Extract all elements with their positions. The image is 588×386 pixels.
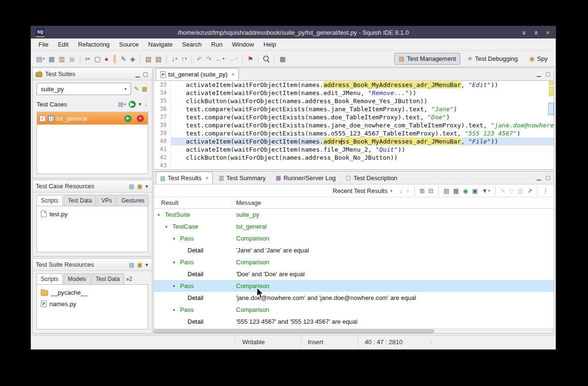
tcr-tab-scripts[interactable]: Scripts <box>37 195 63 206</box>
tsr-tab-models[interactable]: Models <box>64 273 91 284</box>
code-line-34[interactable]: 34 activateItem(waitForObjectItem(names.… <box>154 89 554 97</box>
test-case-checkbox[interactable]: ✓ <box>39 116 46 122</box>
tcr-tab-test-data[interactable]: Test Data <box>64 195 96 206</box>
test-case-tst_general[interactable]: ✓tst_general▶● <box>37 112 148 125</box>
code-line-41[interactable]: 41 activateItem(waitForObjectItem(names.… <box>154 145 554 154</box>
code-line-42[interactable]: 42 clickButton(waitForObject(names.addre… <box>154 154 554 162</box>
resource-names-py[interactable]: names.py <box>38 298 147 309</box>
tab-test-results[interactable]: ▤Test Results× <box>156 172 213 184</box>
results-hscrollbar[interactable] <box>154 328 554 333</box>
tab-runner-server-log[interactable]: ▩Runner/Server Log <box>272 172 340 184</box>
menu-search[interactable]: Search <box>177 39 206 50</box>
record-icon[interactable]: ● <box>103 54 110 64</box>
code-line-36[interactable]: 36 test.compare(waitForObjectExists(name… <box>154 105 554 113</box>
object-picker-icon[interactable]: ▢ <box>93 54 102 64</box>
code-line-38[interactable]: 38 test.compare(waitForObjectExists(name… <box>154 121 554 129</box>
test-suite-resources-header[interactable]: Test Suite Resources ▤▣▾ <box>33 259 152 271</box>
tab-test-description[interactable]: ▢Test Description <box>341 172 402 184</box>
line-number[interactable]: 41 <box>154 145 171 154</box>
resource--pycache-[interactable]: __pycache__ <box>38 287 147 298</box>
tsr-tab-test-data[interactable]: Test Data <box>91 273 124 284</box>
suite-combo[interactable]: suite_py ▾ <box>37 83 131 95</box>
export-results-icon[interactable]: ▣ <box>471 186 479 195</box>
code-area[interactable]: 33 activateItem(waitForObjectItem(names.… <box>154 81 554 169</box>
tsr-tab--2[interactable]: »2 <box>125 274 133 284</box>
combo-arrow-icon[interactable]: ▾ <box>123 87 129 91</box>
expand-all-icon[interactable]: ⊞ <box>418 186 426 195</box>
resources-menu-icon[interactable]: ▾ <box>144 183 149 190</box>
new-folder-icon[interactable]: ▣ <box>136 183 143 190</box>
result-row-4[interactable]: ▾PassComparison <box>154 256 554 268</box>
rename-suite-icon[interactable]: ✎ <box>133 86 140 92</box>
next-failure-icon[interactable]: ↓ <box>398 186 404 195</box>
menu-run[interactable]: Run <box>207 39 228 50</box>
line-number[interactable]: 39 <box>154 129 171 137</box>
code-line-33[interactable]: 33 activateItem(waitForObjectItem(names.… <box>154 81 554 89</box>
sort-test-cases-icon[interactable]: ↓ <box>143 101 148 107</box>
maximize-editor-icon[interactable]: ▢ <box>544 70 552 78</box>
view-menu-icon[interactable]: ⋮ <box>541 186 550 195</box>
result-row-7[interactable]: Detail'jane.doe@nowhere.com' and 'jane.d… <box>154 292 554 304</box>
editor-tab[interactable]: tst_general (suite_py) × <box>156 68 239 80</box>
menu-source[interactable]: Source <box>114 39 143 50</box>
result-row-8[interactable]: ▾PassComparison <box>154 304 554 316</box>
perspective-test-debugging[interactable]: ✳Test Debugging <box>463 53 522 65</box>
run-options-icon[interactable]: ▾ <box>138 101 142 107</box>
minimize-editor-icon[interactable]: ▁ <box>535 70 542 78</box>
show-report-icon[interactable]: ▤ <box>442 186 451 195</box>
aut-package-icon[interactable]: ▧ <box>144 54 153 64</box>
forward-icon[interactable]: →▾ <box>227 54 239 64</box>
redo-icon[interactable]: ↷ <box>205 54 213 64</box>
run-test-icon[interactable]: ↓▾ <box>170 54 179 64</box>
line-number[interactable]: 38 <box>154 121 171 129</box>
line-number[interactable]: 34 <box>154 89 171 97</box>
menu-edit[interactable]: Edit <box>53 39 73 50</box>
tcr-tab-vps[interactable]: VPs <box>97 195 116 206</box>
test-suites-header[interactable]: Test Suites ▁▢ <box>33 68 152 80</box>
open-file-icon[interactable]: ▥ <box>57 54 66 64</box>
menu-navigate[interactable]: Navigate <box>143 39 177 50</box>
menu-window[interactable]: Window <box>227 39 258 50</box>
undo-icon[interactable]: ↶ <box>195 54 204 64</box>
menu-file[interactable]: File <box>34 39 53 50</box>
line-number[interactable]: 36 <box>154 105 171 113</box>
line-number[interactable]: 40 <box>154 137 171 145</box>
annotate-icon[interactable]: ✎ <box>499 186 507 195</box>
new-test-suite-icon[interactable]: ▦ <box>47 54 56 64</box>
menu-help[interactable]: Help <box>259 39 281 50</box>
interrupt-icon[interactable]: ║ <box>111 54 118 64</box>
hscrollbar-thumb[interactable] <box>154 329 434 333</box>
maximize-results-icon[interactable]: ▢ <box>544 174 552 182</box>
new-script-icon[interactable]: ▤ <box>128 183 135 190</box>
titlebar[interactable]: SQ /home/ezust/tmp/squish/addressbook/su… <box>31 26 556 39</box>
result-row-3[interactable]: Detail'Jane' and 'Jane' are equal <box>154 244 554 256</box>
new-suite-folder-icon[interactable]: ▣ <box>136 261 143 268</box>
line-number[interactable]: 42 <box>154 154 171 162</box>
recent-results-dropdown[interactable]: Recent Test Results ▾ <box>333 187 392 194</box>
filter-icon[interactable]: ▼▾ <box>480 186 492 195</box>
maximize-window-icon[interactable]: ∧ <box>532 28 540 37</box>
result-row-1[interactable]: ▾TestCasetst_general <box>154 221 554 232</box>
result-row-0[interactable]: ▾TestSuitesuite_py <box>154 209 554 221</box>
tsr-tab-scripts[interactable]: Scripts <box>37 273 63 284</box>
perspective-test-management[interactable]: ▤Test Management <box>394 53 460 65</box>
new-test-case-icon[interactable]: ▤▾ <box>117 101 127 107</box>
column-result[interactable]: Result <box>154 197 232 208</box>
new-wizard-icon[interactable]: ▤▾ <box>35 54 46 64</box>
code-line-43[interactable]: 43 <box>154 162 554 169</box>
minimize-results-icon[interactable]: ▁ <box>535 174 542 182</box>
new-suite-script-icon[interactable]: ▤ <box>128 261 135 268</box>
code-line-37[interactable]: 37 test.compare(waitForObjectExists(name… <box>154 113 554 121</box>
tab-test-summary[interactable]: ▥Test Summary <box>214 172 270 184</box>
line-number[interactable]: 35 <box>154 97 171 105</box>
code-line-35[interactable]: 35 clickButton(waitForObject(names.addre… <box>154 97 554 105</box>
menu-refactoring[interactable]: Refactoring <box>73 39 114 50</box>
previous-failure-icon[interactable]: ↑ <box>405 186 411 195</box>
close-tab-icon[interactable]: × <box>231 71 235 78</box>
collapse-all-icon[interactable]: ⊟ <box>427 186 435 195</box>
line-number[interactable]: 33 <box>154 81 171 89</box>
rerun-test-icon[interactable]: ↑▾ <box>180 54 188 64</box>
resource-test-py[interactable]: test.py <box>38 208 147 220</box>
perspective-spy[interactable]: ◉Spy <box>525 53 552 65</box>
close-window-icon[interactable]: × <box>544 28 551 37</box>
